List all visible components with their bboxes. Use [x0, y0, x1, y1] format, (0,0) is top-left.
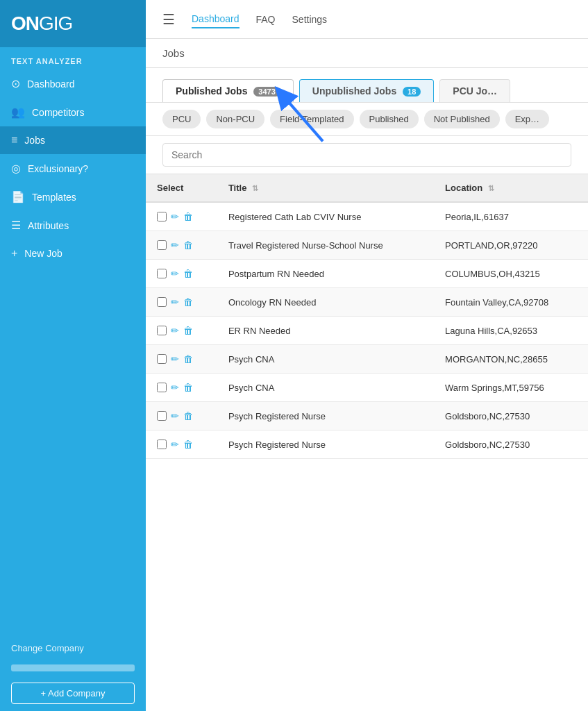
location-cell-8: Goldsboro,NC,27530	[434, 430, 588, 459]
delete-icon-1[interactable]: 🗑	[183, 240, 193, 251]
topnav: ☰ Dashboard FAQ Settings	[146, 0, 588, 39]
edit-icon-3[interactable]: ✏	[171, 296, 179, 308]
job-tabs: Published Jobs 3473 Unpublished Jobs 18 …	[162, 79, 571, 102]
table-header-row: Select Title ⇅ Location ⇅	[146, 174, 588, 202]
location-sort-icon: ⇅	[488, 184, 494, 192]
pcu-jobs-label: PCU Jo…	[453, 85, 497, 97]
col-select: Select	[146, 174, 217, 202]
filter-non-pcu[interactable]: Non-PCU	[206, 110, 264, 128]
search-input[interactable]	[162, 143, 571, 167]
location-cell-1: PORTLAND,OR,97220	[434, 231, 588, 260]
location-cell-6: Warm Springs,MT,59756	[434, 374, 588, 402]
filter-exp[interactable]: Exp…	[505, 110, 549, 128]
delete-icon-4[interactable]: 🗑	[183, 325, 193, 336]
sidebar-item-new-job[interactable]: + New Job	[0, 240, 146, 267]
tab-unpublished-jobs[interactable]: Unpublished Jobs 18	[299, 79, 434, 102]
select-cell-2: ✏ 🗑	[146, 260, 217, 288]
title-sort-icon: ⇅	[252, 184, 258, 192]
row-checkbox-8[interactable]	[157, 440, 167, 449]
published-jobs-label: Published Jobs	[176, 85, 247, 97]
title-cell-8: Psych Registered Nurse	[217, 430, 434, 459]
title-cell-2: Postpartum RN Needed	[217, 260, 434, 288]
row-checkbox-6[interactable]	[157, 383, 167, 392]
sidebar-item-label: Exclusionary?	[28, 163, 88, 174]
sidebar-item-competitors[interactable]: 👥 Competitors	[0, 98, 146, 126]
table-row: ✏ 🗑 Psych CNA Warm Springs,MT,59756	[146, 374, 588, 402]
dashboard-icon: ⊙	[11, 77, 20, 90]
page-title: Jobs	[162, 47, 185, 59]
table-row: ✏ 🗑 Psych Registered Nurse Goldsboro,NC,…	[146, 430, 588, 459]
title-cell-5: Psych CNA	[217, 345, 434, 374]
delete-icon-5[interactable]: 🗑	[183, 353, 193, 365]
select-cell-8: ✏ 🗑	[146, 430, 217, 459]
row-checkbox-7[interactable]	[157, 411, 167, 421]
delete-icon-6[interactable]: 🗑	[183, 382, 193, 393]
sidebar-item-templates[interactable]: 📄 Templates	[0, 183, 146, 211]
sidebar-item-jobs[interactable]: ≡ Jobs	[0, 126, 146, 154]
title-cell-4: ER RN Needed	[217, 317, 434, 345]
hamburger-icon[interactable]: ☰	[162, 11, 175, 28]
row-checkbox-1[interactable]	[157, 240, 167, 250]
job-tabs-section: Published Jobs 3473 Unpublished Jobs 18 …	[146, 68, 588, 103]
filter-pcu[interactable]: PCU	[162, 110, 201, 128]
filter-not-published[interactable]: Not Published	[424, 110, 500, 128]
delete-icon-8[interactable]: 🗑	[183, 439, 193, 450]
topnav-faq[interactable]: FAQ	[256, 11, 276, 28]
sidebar-item-label: New Job	[24, 248, 62, 259]
edit-icon-4[interactable]: ✏	[171, 325, 179, 336]
tab-pcu-jobs[interactable]: PCU Jo…	[439, 79, 510, 102]
delete-icon-0[interactable]: 🗑	[183, 211, 193, 222]
tab-published-jobs[interactable]: Published Jobs 3473	[162, 79, 294, 102]
filter-published[interactable]: Published	[360, 110, 419, 128]
topnav-dashboard[interactable]: Dashboard	[192, 10, 240, 28]
edit-icon-8[interactable]: ✏	[171, 439, 179, 450]
title-cell-7: Psych Registered Nurse	[217, 402, 434, 430]
competitors-icon: 👥	[11, 106, 25, 119]
delete-icon-7[interactable]: 🗑	[183, 410, 193, 421]
topnav-settings[interactable]: Settings	[292, 11, 328, 28]
add-company-button[interactable]: + Add Company	[11, 683, 135, 704]
table-row: ✏ 🗑 Oncology RN Needed Fountain Valley,C…	[146, 288, 588, 317]
table-row: ✏ 🗑 Psych CNA MORGANTON,NC,28655	[146, 345, 588, 374]
row-checkbox-3[interactable]	[157, 297, 167, 307]
main-content: ☰ Dashboard FAQ Settings Jobs Published …	[146, 0, 588, 711]
sidebar-item-dashboard[interactable]: ⊙ Dashboard	[0, 69, 146, 98]
edit-icon-2[interactable]: ✏	[171, 268, 179, 279]
delete-icon-3[interactable]: 🗑	[183, 296, 193, 308]
row-checkbox-2[interactable]	[157, 269, 167, 278]
sidebar-item-label: Competitors	[32, 107, 84, 118]
filter-bar: PCU Non-PCU Field-Templated Published No…	[146, 103, 588, 136]
col-location[interactable]: Location ⇅	[434, 174, 588, 202]
edit-icon-7[interactable]: ✏	[171, 410, 179, 421]
select-cell-6: ✏ 🗑	[146, 374, 217, 402]
location-cell-5: MORGANTON,NC,28655	[434, 345, 588, 374]
select-cell-5: ✏ 🗑	[146, 345, 217, 374]
row-checkbox-4[interactable]	[157, 326, 167, 335]
title-cell-6: Psych CNA	[217, 374, 434, 402]
select-cell-3: ✏ 🗑	[146, 288, 217, 317]
title-cell-1: Travel Registered Nurse-School Nurse	[217, 231, 434, 260]
table-row: ✏ 🗑 Registered Cath Lab CVIV Nurse Peori…	[146, 202, 588, 231]
col-title[interactable]: Title ⇅	[217, 174, 434, 202]
edit-icon-0[interactable]: ✏	[171, 211, 179, 222]
unpublished-jobs-label: Unpublished Jobs	[312, 85, 396, 97]
jobs-table-container: Select Title ⇅ Location ⇅	[146, 174, 588, 711]
new-job-icon: +	[11, 247, 17, 260]
filter-field-templated[interactable]: Field-Templated	[270, 110, 354, 128]
edit-icon-1[interactable]: ✏	[171, 240, 179, 251]
main-area: ☰ Dashboard FAQ Settings Jobs Published …	[146, 0, 588, 711]
edit-icon-6[interactable]: ✏	[171, 382, 179, 393]
jobs-tbody: ✏ 🗑 Registered Cath Lab CVIV Nurse Peori…	[146, 202, 588, 459]
sidebar-item-label: Templates	[32, 192, 76, 203]
edit-icon-5[interactable]: ✏	[171, 353, 179, 365]
delete-icon-2[interactable]: 🗑	[183, 268, 193, 279]
row-checkbox-0[interactable]	[157, 212, 167, 221]
sidebar-item-attributes[interactable]: ☰ Attributes	[0, 211, 146, 240]
sidebar-item-label: Jobs	[24, 135, 45, 146]
row-checkbox-5[interactable]	[157, 354, 167, 364]
sidebar-item-exclusionary[interactable]: ◎ Exclusionary?	[0, 154, 146, 183]
logo-area: ONGIG	[0, 0, 146, 47]
logo: ONGIG	[11, 12, 72, 35]
select-cell-1: ✏ 🗑	[146, 231, 217, 260]
jobs-table: Select Title ⇅ Location ⇅	[146, 174, 588, 459]
